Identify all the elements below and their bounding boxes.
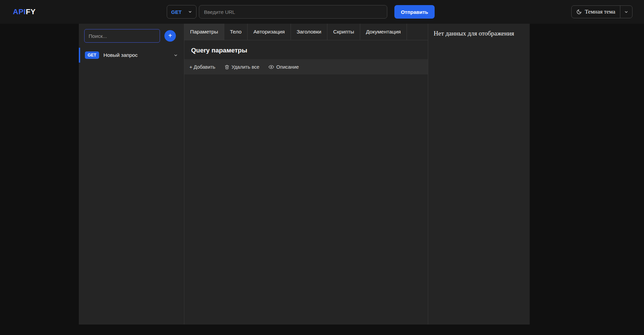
tab-parameters[interactable]: Параметры [184,24,224,40]
http-method-select[interactable]: GET [167,5,197,19]
params-toolbar: + Добавить Удалить все Описание [184,59,428,74]
theme-toggle-button[interactable]: Темная тема [572,6,620,18]
empty-response-message: Нет данных для отображения [434,30,524,37]
requests-sidebar: + GET Новый запрос [79,24,184,325]
description-label: Описание [276,64,299,70]
search-input[interactable] [84,29,160,43]
add-param-button[interactable]: + Добавить [189,64,215,70]
request-bar: GET Отправить [167,5,435,19]
request-method-badge: GET [85,51,99,59]
logo-text-blue: API [13,7,26,16]
send-button[interactable]: Отправить [394,5,435,19]
theme-dropdown-button[interactable] [620,6,632,18]
response-panel: Нет данных для отображения [428,24,530,325]
request-tabs: Параметры Тело Авторизация Заголовки Скр… [184,24,428,40]
query-params-title: Query параметры [191,47,428,54]
tab-headers[interactable]: Заголовки [291,24,327,40]
plus-icon: + [168,32,172,39]
sidebar-search-row: + [79,24,184,43]
http-method-value: GET [171,9,182,15]
main-content: + GET Новый запрос Параметры Тело Автори… [79,24,530,325]
theme-toggle-label: Темная тема [585,8,615,15]
add-request-button[interactable]: + [164,30,176,42]
delete-all-params-button[interactable]: Удалить все [225,64,259,70]
description-toggle-button[interactable]: Описание [269,64,299,70]
app-logo: APIFY [13,0,36,24]
moon-icon [576,9,582,15]
request-list-item[interactable]: GET Новый запрос [79,48,184,63]
theme-toggle-group: Темная тема [571,5,632,18]
delete-all-label: Удалить все [232,64,259,70]
chevron-down-icon [624,10,628,14]
tab-scripts[interactable]: Скрипты [327,24,360,40]
app-header: APIFY GET Отправить Темная тема [0,0,644,24]
request-name: Новый запрос [104,52,138,58]
request-config-panel: Параметры Тело Авторизация Заголовки Скр… [184,24,428,325]
chevron-down-icon[interactable] [174,53,178,58]
trash-icon [225,65,229,69]
tab-authorization[interactable]: Авторизация [248,24,291,40]
url-input[interactable] [199,5,387,19]
tab-body[interactable]: Тело [224,24,248,40]
eye-icon [269,64,274,70]
tab-documentation[interactable]: Документация [360,24,407,40]
chevron-down-icon [188,10,192,14]
add-param-label: + Добавить [189,64,215,70]
logo-text-white: FY [26,7,36,16]
